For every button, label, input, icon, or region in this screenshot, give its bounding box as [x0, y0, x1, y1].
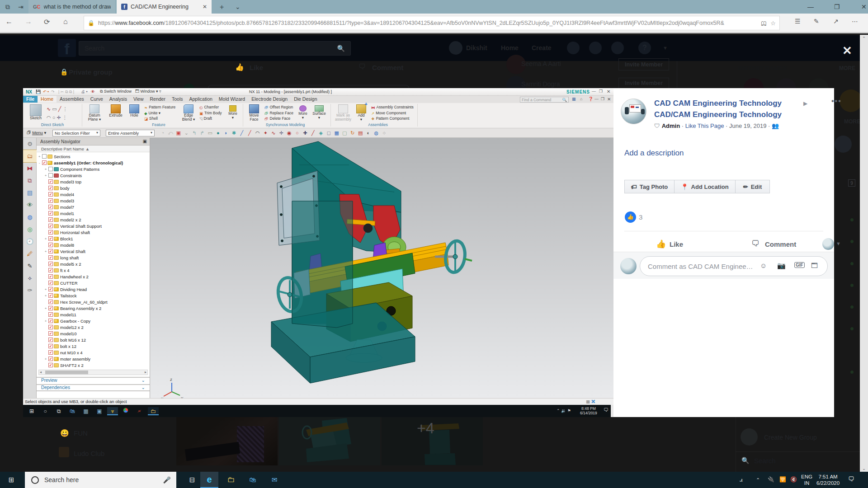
share-icon[interactable]: ↗	[833, 18, 839, 25]
resource-bar-icon[interactable]: ⧓	[23, 162, 37, 174]
window-restore-button[interactable]: ❐	[834, 3, 840, 10]
tree-label[interactable]: Horizontal shaft	[60, 230, 90, 235]
comment-input[interactable]: Comment as CAD CAM Enginee… ☺ 📷 GIF 🗔	[640, 256, 828, 276]
tree-row[interactable]: + ✓ moter assembly	[37, 356, 150, 362]
tree-hscrollbar[interactable]: ◂ ▸	[38, 370, 148, 375]
action-center-icon[interactable]: 🗨	[848, 475, 854, 483]
tree-row[interactable]: ✓ model5 x 2	[37, 261, 150, 267]
nx-tool-icon[interactable]: ●	[214, 129, 222, 137]
tree-checkbox[interactable]: ✓	[48, 262, 53, 266]
tree-row[interactable]: + ✓ Block1	[37, 235, 150, 242]
start-button[interactable]: ⊞	[5, 474, 17, 485]
ribbon-edge-blend[interactable]: Edge Blend ▾	[179, 104, 198, 122]
add-description-link[interactable]: Add a description	[624, 149, 684, 158]
nx-view-icon[interactable]: 👁	[91, 89, 95, 94]
tree-row[interactable]: + ✓ Gearbox - Copy	[37, 318, 150, 324]
nx-tool-icon[interactable]: ◈	[317, 129, 325, 137]
viewer-page-title[interactable]: CAD CAM Engineering Technology	[654, 99, 782, 108]
tree-checkbox[interactable]: ✓	[42, 160, 47, 165]
nx-toolbar-icons[interactable]: ◔⤺▣⌄↰↱▭●◗✱╱╱◠✦∿✛◉○✚╱◈◻▦▢↻▤◐◍⁘	[159, 129, 388, 137]
nx-tool-icon[interactable]: ○	[293, 129, 302, 137]
inner-taskview-icon[interactable]: ⧉	[55, 407, 63, 415]
tree-row[interactable]: + Sections	[37, 153, 150, 160]
nx-tool-icon[interactable]: ◍	[373, 129, 381, 137]
nx-redo-icon[interactable]: ↷	[51, 89, 55, 94]
tree-label[interactable]: model2 x 2	[60, 217, 81, 222]
ribbon-sketch-button[interactable]: Sketch	[27, 104, 45, 120]
tree-row[interactable]: ✓ nut M8 x 2	[37, 368, 150, 369]
tree-row[interactable]: + ✓ Tailstock	[37, 292, 150, 299]
tree-checkbox[interactable]: ✓	[48, 325, 53, 329]
ribbon-surface[interactable]: Surface ▾	[311, 105, 328, 120]
tree-label[interactable]: model11	[60, 312, 76, 317]
invite-member-button-2[interactable]: Invite Member	[618, 78, 669, 88]
nx-tool-icon[interactable]: ⁘	[380, 129, 388, 137]
clock-tray[interactable]: 7:51 AM6/22/2020	[816, 474, 840, 486]
ribbon-feature-more[interactable]: More ▾	[226, 105, 240, 120]
tree-checkbox[interactable]	[48, 173, 53, 178]
gif-icon[interactable]: GIF	[794, 262, 805, 268]
tree-label[interactable]: model1	[60, 211, 74, 216]
tree-label[interactable]: Gearbox - Copy	[60, 319, 90, 324]
nx-doc-minimize-icon[interactable]: —	[594, 97, 599, 101]
inner-action-center-icon[interactable]: 🗨	[604, 407, 609, 413]
nx-restore-icon[interactable]: ❐	[599, 89, 603, 94]
feature-stack-2[interactable]: ◵Chamfer ▣Trim Body ◹Draft	[199, 105, 222, 122]
mail-taskbar-icon[interactable]: ✉	[269, 474, 280, 485]
tree-row[interactable]: ✓ model3 top	[37, 178, 150, 185]
tree-label[interactable]: model8	[60, 243, 74, 248]
nx-tool-icon[interactable]: ✦	[262, 129, 270, 137]
tree-label[interactable]: Vertical Shaft	[60, 249, 85, 254]
tree-label[interactable]: body	[60, 186, 70, 191]
tree-label[interactable]: Hex Screw_AI_60_sldprt	[60, 300, 108, 305]
tree-expander[interactable]: +	[44, 306, 47, 310]
more-label[interactable]: MORE	[839, 65, 855, 71]
tag-photo-button[interactable]: 🏷Tag Photo	[624, 180, 674, 193]
photo-thumb-3[interactable]: +4	[382, 417, 483, 465]
nx-tool-icon[interactable]: ✛	[278, 129, 286, 137]
tree-row[interactable]: ✓ bolt x 12	[37, 343, 150, 349]
nx-roof-icon[interactable]: ⌂	[580, 97, 582, 101]
nx-tool-icon[interactable]: ✚	[301, 129, 309, 137]
nx-tool-icon[interactable]: ↱	[198, 129, 207, 137]
tree-row[interactable]: ✓ Hex Screw_AI_60_sldprt	[37, 299, 150, 305]
photo-thumb-2[interactable]	[279, 417, 380, 465]
tree-checkbox[interactable]: ✓	[48, 312, 53, 317]
messenger-icon[interactable]	[589, 42, 602, 54]
tree-row[interactable]: ✓ model2 x 2	[37, 216, 150, 223]
tree-checkbox[interactable]: ✓	[48, 357, 53, 361]
nx-tool-icon[interactable]: ◗	[222, 129, 230, 137]
chat-search-label[interactable]: Search	[754, 457, 776, 465]
tree-checkbox[interactable]: ✓	[48, 236, 53, 241]
tree-row[interactable]: ✓ model4	[37, 191, 150, 197]
nx-print-icon[interactable]: 🖨 •	[81, 89, 88, 94]
tree-row[interactable]: ✓ nut M10 x 4	[37, 349, 150, 356]
nx-tool-icon[interactable]: ⤺	[167, 129, 175, 137]
add-location-button[interactable]: 📍Add Location	[674, 180, 736, 193]
navigator-pin-icon[interactable]: ▣	[143, 139, 147, 144]
navigator-column-header[interactable]: Descriptive Part Name ▲	[37, 145, 150, 152]
resource-bar-icon[interactable]: 🗂	[23, 150, 37, 162]
tree-label[interactable]: model12 x 2	[60, 325, 84, 330]
reading-view-icon[interactable]: 🕮	[761, 20, 767, 27]
taskbar-search-box[interactable]: Search here 🎤	[25, 472, 176, 488]
edit-button[interactable]: ✏Edit	[736, 180, 770, 193]
tree-checkbox[interactable]	[42, 154, 47, 159]
store-taskbar-icon[interactable]: 🛍	[247, 474, 259, 485]
photo-viewer-close-icon[interactable]: ✕	[842, 44, 854, 57]
nx-viewport[interactable]: ZXY	[150, 138, 613, 398]
tree-checkbox[interactable]: ✓	[48, 350, 53, 355]
tree-label[interactable]: Sections	[54, 154, 70, 159]
inner-explorer-icon[interactable]: 🗀	[148, 407, 159, 415]
tree-expander[interactable]: +	[44, 167, 47, 171]
tree-expander[interactable]: +	[44, 319, 47, 323]
tree-checkbox[interactable]: ✓	[48, 186, 53, 190]
nx-tool-icon[interactable]: ↰	[190, 129, 198, 137]
friend-requests-icon[interactable]	[567, 42, 580, 54]
tree-row[interactable]: ✓ model7	[37, 204, 150, 210]
ribbon-hole[interactable]: Hole	[126, 104, 142, 117]
tree-checkbox[interactable]: ✓	[48, 179, 53, 184]
nx-ribbon-tab[interactable]: Tools	[169, 96, 186, 103]
tree-expander[interactable]: -	[38, 161, 41, 165]
tree-row[interactable]: ✓ body	[37, 185, 150, 191]
